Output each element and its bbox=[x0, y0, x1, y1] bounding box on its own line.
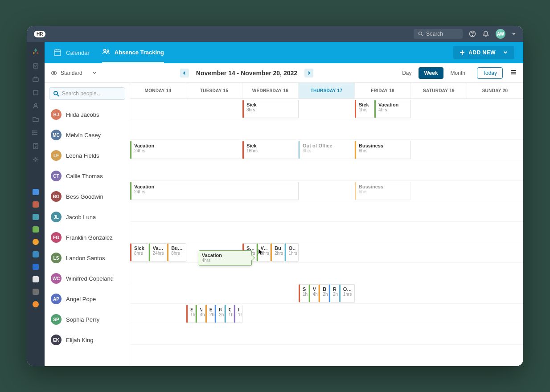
nav-icon-2[interactable] bbox=[32, 76, 39, 83]
absence-event[interactable]: Re2h bbox=[215, 305, 224, 323]
calendar-row[interactable] bbox=[130, 201, 523, 222]
app-tile-2[interactable] bbox=[33, 201, 39, 208]
chevron-down-icon[interactable] bbox=[512, 32, 516, 36]
settings-icon[interactable] bbox=[32, 156, 39, 163]
view-week[interactable]: Week bbox=[419, 67, 443, 79]
absence-event[interactable]: Vacation4hrs bbox=[374, 100, 411, 118]
absence-event[interactable]: Sick16hrs bbox=[242, 141, 299, 159]
app-tile-6[interactable] bbox=[33, 251, 39, 257]
person-row[interactable]: FGFranklin Gonzalez bbox=[45, 227, 130, 248]
absence-event[interactable]: Sick1hrs bbox=[355, 100, 374, 118]
absence-event[interactable]: Sick1hrs bbox=[242, 243, 257, 261]
app-tile-8[interactable] bbox=[33, 276, 39, 282]
person-row[interactable]: CTCallie Thomas bbox=[45, 166, 130, 186]
nav-icon-3[interactable] bbox=[32, 89, 39, 96]
calendar-row[interactable]: Sick8hrsVacat…24hrsBus…8hrsSick1hrsVac4h… bbox=[130, 242, 523, 263]
event-title: Bu bbox=[209, 307, 212, 312]
person-row[interactable]: MCMelvin Casey bbox=[45, 125, 130, 145]
search-icon bbox=[53, 90, 59, 97]
nav-icon-4[interactable] bbox=[32, 102, 39, 110]
calendar-row[interactable] bbox=[130, 160, 523, 181]
view-filter[interactable]: Standard bbox=[51, 70, 97, 76]
app-tile-10[interactable] bbox=[33, 301, 39, 307]
titlebar: HR Search AW bbox=[27, 26, 523, 42]
svg-point-9 bbox=[33, 132, 33, 133]
next-week-button[interactable] bbox=[304, 69, 313, 78]
absence-event[interactable]: Bussiness8hrs bbox=[355, 182, 411, 200]
app-tile-4[interactable] bbox=[33, 226, 39, 233]
person-row[interactable]: WCWinifred Copeland bbox=[45, 268, 130, 289]
absence-event[interactable]: Bu2h bbox=[319, 284, 329, 302]
people-search[interactable]: Search people… bbox=[49, 87, 125, 100]
person-row[interactable]: SPSophia Perry bbox=[45, 309, 130, 330]
user-avatar[interactable]: AW bbox=[496, 29, 505, 39]
nav-icon-1[interactable] bbox=[32, 62, 39, 69]
app-tile-3[interactable] bbox=[33, 214, 39, 220]
main-wrap: Calendar Absence Tracking ADD NEW Standa… bbox=[27, 42, 523, 366]
calendar-row[interactable]: Sick8hrsSick1hrsVacation4hrs bbox=[130, 99, 523, 119]
event-hours: 1h bbox=[190, 312, 193, 317]
app-window: HR Search AW bbox=[27, 26, 523, 366]
calendar-row[interactable] bbox=[130, 324, 523, 345]
absence-event[interactable]: Sic1h bbox=[299, 284, 309, 302]
person-row[interactable]: BGBess Goodwin bbox=[45, 186, 130, 207]
person-row[interactable]: LFLeona Fields bbox=[45, 145, 130, 166]
absence-event[interactable]: Bu2h bbox=[205, 305, 215, 323]
nav-icon-6[interactable] bbox=[32, 129, 39, 136]
person-row[interactable]: HJHilda Jacobs bbox=[45, 104, 130, 125]
app-tile-7[interactable] bbox=[33, 264, 39, 270]
nav-icon-5[interactable] bbox=[32, 116, 39, 123]
person-name: Elijah King bbox=[66, 337, 93, 343]
calendar-row[interactable]: Vacation24hrsSick16hrsOut of Office8hrsB… bbox=[130, 140, 523, 160]
absence-event[interactable]: Bu2hrs bbox=[271, 243, 285, 261]
absence-event[interactable]: Ou1h bbox=[225, 305, 234, 323]
nav-icon-7[interactable] bbox=[32, 143, 39, 150]
absence-event[interactable]: Out of…1hrs bbox=[285, 243, 299, 261]
event-hours: 24hrs bbox=[134, 148, 239, 153]
absence-event[interactable]: Sic1h bbox=[186, 305, 196, 323]
absence-event[interactable]: Sick8hrs bbox=[242, 100, 299, 118]
help-icon[interactable] bbox=[469, 30, 476, 37]
calendar-row[interactable] bbox=[130, 119, 523, 140]
prev-week-button[interactable] bbox=[180, 69, 189, 78]
absence-event[interactable]: Out of Office8hrs bbox=[299, 141, 355, 159]
absence-event[interactable]: Bus…8hrs bbox=[167, 243, 186, 261]
absence-event[interactable]: Bussiness8hrs bbox=[355, 141, 411, 159]
hamburger-icon bbox=[510, 69, 517, 76]
bell-icon[interactable] bbox=[482, 30, 489, 37]
app-tile-9[interactable] bbox=[33, 289, 39, 295]
menu-button[interactable] bbox=[510, 69, 517, 78]
absence-event[interactable]: Vacation24hrs bbox=[130, 141, 242, 159]
person-row[interactable]: EKElijah King bbox=[45, 330, 130, 350]
absence-event[interactable]: Re2h bbox=[329, 284, 339, 302]
calendar-row[interactable]: Vacation24hrsBussiness8hrs bbox=[130, 181, 523, 201]
app-tile-5[interactable] bbox=[33, 239, 39, 245]
absence-event[interactable]: Vacat…24hrs bbox=[149, 243, 168, 261]
add-new-button[interactable]: ADD NEW bbox=[453, 46, 514, 59]
tab-calendar[interactable]: Calendar bbox=[53, 43, 90, 62]
absence-event[interactable]: Vacation24hrs bbox=[130, 182, 299, 200]
app-logo-icon[interactable] bbox=[31, 47, 40, 56]
calendar-row[interactable] bbox=[130, 263, 523, 283]
person-row[interactable]: JLJacob Luna bbox=[45, 207, 130, 227]
event-hours: 8hrs bbox=[303, 148, 352, 153]
person-row[interactable]: LSLandon Santos bbox=[45, 248, 130, 268]
app-tile-1[interactable] bbox=[33, 189, 39, 195]
absence-event[interactable]: Vac4hrs bbox=[257, 243, 271, 261]
absence-event[interactable]: Out of…1hrs bbox=[339, 284, 355, 302]
absence-event[interactable]: Va4h bbox=[196, 305, 205, 323]
absence-event[interactable]: Va4h bbox=[309, 284, 319, 302]
calendar-row[interactable]: Sic1hVa4hBu2hRe2hOut of…1hrs bbox=[130, 283, 523, 304]
absence-event[interactable]: Sick8hrs bbox=[130, 243, 149, 261]
tab-absence-tracking[interactable]: Absence Tracking bbox=[102, 42, 164, 63]
view-day[interactable]: Day bbox=[397, 67, 417, 79]
global-search[interactable]: Search bbox=[414, 29, 463, 39]
person-name: Leona Fields bbox=[66, 152, 99, 159]
view-month[interactable]: Month bbox=[445, 67, 471, 79]
calendar-row[interactable]: Sic1hVa4hBu2hRe2hOu1hPar…1hrs bbox=[130, 304, 523, 324]
calendar-row[interactable] bbox=[130, 222, 523, 242]
absence-event[interactable]: Par…1hrs bbox=[234, 305, 242, 323]
person-row[interactable]: APAngel Pope bbox=[45, 289, 130, 309]
event-hours: 1hrs bbox=[359, 107, 371, 112]
today-button[interactable]: Today bbox=[477, 67, 503, 79]
